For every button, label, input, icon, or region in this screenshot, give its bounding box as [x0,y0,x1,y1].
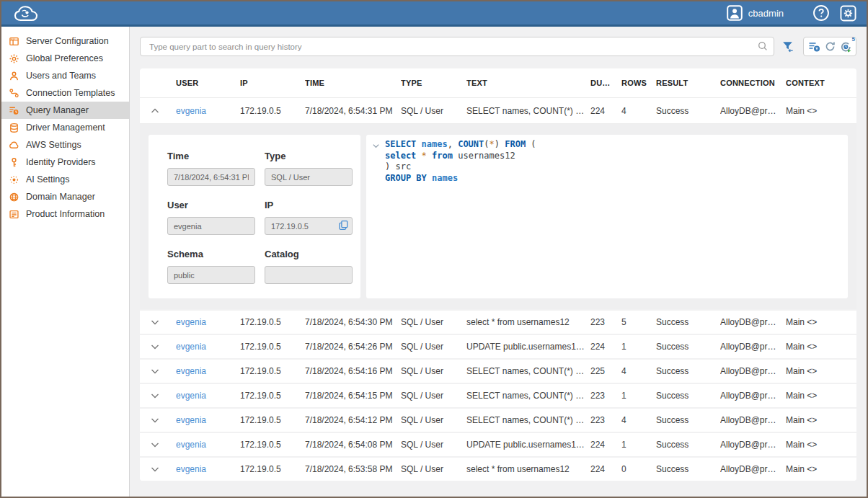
table-row[interactable]: evgenia 172.19.0.5 7/18/2024, 6:53:58 PM… [140,456,856,481]
cell-rows: 5 [621,317,656,327]
sql-token: ) src [385,161,411,172]
list-filter-button[interactable] [806,37,822,55]
sidebar-item-label: Server Configuration [26,36,109,46]
field-ip: IP [265,200,353,235]
schema-field[interactable] [167,266,255,284]
cell-context: Main <> [786,342,856,352]
type-field[interactable] [265,168,353,186]
cell-context: Main <> [786,106,856,116]
table-row[interactable]: evgenia 172.19.0.5 7/18/2024, 6:54:26 PM… [140,334,856,358]
code-fold-gutter[interactable] [366,139,385,298]
cell-user[interactable]: evgenia [176,342,240,352]
admin-sidebar: Server Configuration Global Preferences … [1,27,130,497]
sidebar-item-driver-management[interactable]: Driver Management [1,119,129,136]
copy-ip-button[interactable] [338,220,349,231]
cell-user[interactable]: evgenia [176,106,240,116]
cell-time: 7/18/2024, 6:54:31 PM [305,106,401,116]
table-header: USER IP TIME TYPE TEXT DURA... ROWS RESU… [140,68,856,97]
sql-token: * [490,139,495,149]
cell-type: SQL / User [401,366,466,376]
filter-funnel-button[interactable] [777,37,799,56]
expand-row-button[interactable] [140,366,176,376]
cell-duration: 223 [590,415,621,425]
sql-token: GROUP BY [385,173,427,183]
refresh-button[interactable] [822,37,838,55]
cell-context: Main <> [786,440,856,450]
sidebar-item-users-and-teams[interactable]: Users and Teams [1,67,129,84]
chevron-down-icon [150,366,160,376]
auto-refresh-button[interactable]: 5 [838,37,854,55]
time-field[interactable] [167,168,255,186]
cell-ip: 172.19.0.5 [240,317,305,327]
cell-result: Success [656,415,720,425]
cell-user[interactable]: evgenia [176,464,240,474]
expand-row-button[interactable] [140,391,176,401]
table-row[interactable]: evgenia 172.19.0.5 7/18/2024, 6:54:08 PM… [140,432,856,456]
sidebar-item-query-manager[interactable]: Query Manager [1,102,129,119]
collapse-row-button[interactable] [140,106,176,116]
cell-type: SQL / User [401,317,466,327]
search-input[interactable] [140,37,774,56]
table-row[interactable]: evgenia 172.19.0.5 7/18/2024, 6:54:16 PM… [140,358,856,383]
table-row-expanded[interactable]: evgenia 172.19.0.5 7/18/2024, 6:54:31 PM… [140,97,856,123]
cell-user[interactable]: evgenia [176,440,240,450]
sidebar-item-global-preferences[interactable]: Global Preferences [1,50,129,67]
catalog-field[interactable] [265,266,353,284]
cell-text: UPDATE public.usernames12 SE... [466,440,590,450]
sidebar-item-connection-templates[interactable]: Connection Templates [1,84,129,102]
expand-row-button[interactable] [140,464,176,474]
expand-row-button[interactable] [140,317,176,327]
search-icon [758,41,768,54]
cell-user[interactable]: evgenia [176,366,240,376]
cell-user[interactable]: evgenia [176,391,240,401]
cell-time: 7/18/2024, 6:53:58 PM [305,464,401,474]
sql-token: names [422,139,448,149]
cell-user[interactable]: evgenia [176,415,240,425]
table-row[interactable]: evgenia 172.19.0.5 7/18/2024, 6:54:12 PM… [140,407,856,432]
ai-icon [9,174,19,185]
cell-user[interactable]: evgenia [176,317,240,327]
user-icon [9,71,19,81]
sidebar-item-label: Users and Teams [26,71,96,81]
cell-type: SQL / User [401,464,466,474]
user-field[interactable] [167,217,255,235]
sidebar-item-aws-settings[interactable]: AWS Settings [1,136,129,154]
sidebar-item-identity-providers[interactable]: Identity Providers [1,154,129,171]
sidebar-item-domain-manager[interactable]: Domain Manager [1,188,129,205]
search-box [140,37,774,56]
table-row[interactable]: evgenia 172.19.0.5 7/18/2024, 6:54:30 PM… [140,309,856,334]
col-time: TIME [305,79,401,87]
query-history-toolbar: 5 [140,37,856,56]
expand-row-button[interactable] [140,440,176,450]
help-button[interactable] [812,4,830,22]
expand-row-button[interactable] [140,415,176,425]
query-history-table: USER IP TIME TYPE TEXT DURA... ROWS RESU… [140,68,856,481]
cell-duration: 224 [590,464,621,474]
expand-row-button[interactable] [140,342,176,352]
cell-context: Main <> [786,317,856,327]
cell-ip: 172.19.0.5 [240,440,305,450]
cell-text: SELECT names, COUNT(*) FRO... [466,415,590,425]
sql-viewer[interactable]: SELECT names, COUNT(*) FROM ( select * f… [366,135,848,298]
gear-icon [9,53,19,64]
cell-duration: 224 [590,440,621,450]
col-connection: CONNECTION [720,79,786,87]
cell-ip: 172.19.0.5 [240,391,305,401]
cell-time: 7/18/2024, 6:54:08 PM [305,440,401,450]
cell-connection: AlloyDB@proje... [720,106,786,116]
copy-icon [338,220,349,231]
sql-token: select [385,151,416,161]
sidebar-item-server-configuration[interactable]: Server Configuration [1,32,129,50]
cell-result: Success [656,342,720,352]
sql-token: COUNT [458,139,484,149]
sidebar-item-label: Query Manager [26,105,89,115]
field-type: Type [265,151,353,186]
sidebar-item-product-information[interactable]: Product Information [1,205,129,223]
sidebar-item-ai-settings[interactable]: AI Settings [1,171,129,188]
cell-type: SQL / User [401,342,466,352]
settings-button[interactable] [840,5,856,22]
user-menu[interactable]: cbadmin [727,5,784,21]
table-row[interactable]: evgenia 172.19.0.5 7/18/2024, 6:54:15 PM… [140,383,856,407]
cell-rows: 0 [621,464,656,474]
sql-token [427,173,432,183]
